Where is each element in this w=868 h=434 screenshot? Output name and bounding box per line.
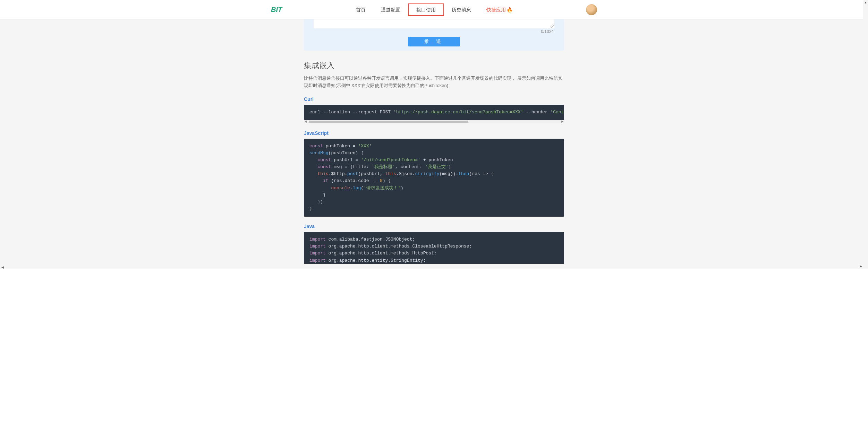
nav-item-2[interactable]: 接口使用 [408,3,444,16]
content-area: 0/1024 推 送 集成嵌入 比特信消息通信接口可以通过各种开发语言调用，实现… [0,19,868,269]
section-title: 集成嵌入 [304,60,564,71]
scroll-right-icon[interactable]: ▶ [561,120,564,123]
section-desc: 比特信消息通信接口可以通过各种开发语言调用，实现便捷接入。下面通过几个普遍开发场… [304,75,564,89]
scroll-up-icon[interactable]: ▲ [863,0,868,5]
code-label-curl: Curl [304,96,564,102]
code-block-curl[interactable]: curl --location --request POST 'https://… [304,105,564,120]
horizontal-scrollbar[interactable]: ◀ ▶ [304,120,564,123]
page-horizontal-scrollbar[interactable]: ◀ ▶ [0,264,863,269]
scroll-left-icon[interactable]: ◀ [304,120,307,123]
page-vertical-scrollbar[interactable]: ▲ [863,0,868,269]
fire-icon: 🔥 [507,7,512,12]
nav-item-0[interactable]: 首页 [348,0,373,19]
code-label-js: JavaScript [304,130,564,136]
resize-handle-icon[interactable] [550,24,554,28]
push-button[interactable]: 推 送 [408,37,460,46]
code-block-java[interactable]: import com.alibaba.fastjson.JSONObject; … [304,232,564,269]
scroll-right-icon[interactable]: ▶ [858,264,863,269]
avatar[interactable] [586,4,597,15]
nav-item-3[interactable]: 历史消息 [444,0,479,19]
char-count: 0/1024 [304,28,564,37]
code-label-java: Java [304,224,564,229]
nav: 首页通道配置接口使用历史消息快捷应用🔥 [348,0,520,19]
nav-item-4[interactable]: 快捷应用🔥 [479,0,520,19]
nav-item-1[interactable]: 通道配置 [373,0,408,19]
logo[interactable]: BIT [271,6,282,14]
code-block-js[interactable]: const pushToken = 'XXX' sendMsg(pushToke… [304,139,564,217]
push-panel: 0/1024 推 送 [304,19,564,51]
message-textarea[interactable] [314,19,554,28]
scrollbar-thumb[interactable] [309,121,468,123]
scroll-left-icon[interactable]: ◀ [0,265,5,269]
header: BIT 首页通道配置接口使用历史消息快捷应用🔥 [0,0,868,19]
